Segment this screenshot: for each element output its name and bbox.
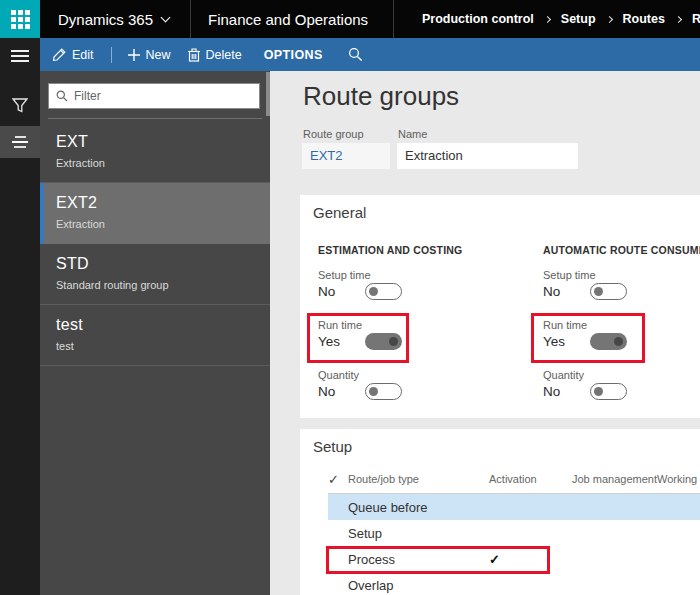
chevron-right-icon <box>606 15 613 22</box>
action-toolbar: Edit New Delete OPTIONS <box>40 38 700 71</box>
route-group-field[interactable]: EXT2 <box>302 143 390 169</box>
product-menu-button[interactable]: Dynamics 365 <box>58 0 169 38</box>
pencil-icon <box>52 48 66 62</box>
toolbar-divider <box>111 47 112 63</box>
table-header-row: ✓ Route/job type Activation Job manageme… <box>328 465 700 494</box>
general-section: General ESTIMATION AND COSTING Setup tim… <box>300 195 700 418</box>
chevron-down-icon <box>161 12 171 22</box>
hamburger-icon <box>11 50 29 62</box>
panel-divider <box>48 118 262 119</box>
search-icon <box>56 90 68 102</box>
suite-name-link[interactable]: Finance and Operations <box>208 0 368 38</box>
table-row-overlap[interactable]: Overlap <box>328 572 700 595</box>
breadcrumb-production-control[interactable]: Production control <box>422 12 534 26</box>
setup-time-label: Setup time <box>318 269 371 281</box>
table-row-queue-before[interactable]: Queue before <box>328 494 700 520</box>
table-row-process[interactable]: Process ✓ <box>328 546 700 572</box>
setup-time-value: No <box>543 284 590 299</box>
hamburger-menu-button[interactable] <box>0 44 40 68</box>
run-time-label: Run time <box>318 319 362 331</box>
setup-time-toggle[interactable] <box>590 283 627 300</box>
delete-button[interactable]: Delete <box>188 48 242 62</box>
options-menu-button[interactable]: OPTIONS <box>264 48 323 62</box>
table-row-setup[interactable]: Setup <box>328 520 700 546</box>
quantity-value: No <box>543 384 590 399</box>
app-launcher-button[interactable] <box>0 0 40 38</box>
list-item-ext2-selected[interactable]: EXT2 Extraction <box>40 183 270 244</box>
quantity-label: Quantity <box>318 369 359 381</box>
toolbar-search-button[interactable] <box>348 47 363 62</box>
column-header-job-management[interactable]: Job management <box>572 473 657 485</box>
select-all-check-icon[interactable]: ✓ <box>328 472 348 487</box>
chevron-right-icon <box>675 15 682 22</box>
waffle-icon <box>11 10 30 29</box>
edit-button[interactable]: Edit <box>52 48 94 62</box>
column-header-activation[interactable]: Activation <box>485 473 572 485</box>
quantity-toggle[interactable] <box>590 383 627 400</box>
run-time-value: Yes <box>543 334 590 349</box>
quantity-value: No <box>318 384 365 399</box>
navigation-rail <box>0 38 40 595</box>
breadcrumb-routes[interactable]: Routes <box>623 12 665 26</box>
rail-list-view-button-active[interactable] <box>0 126 40 158</box>
plus-icon <box>128 49 140 61</box>
setup-time-toggle[interactable] <box>365 283 402 300</box>
main-content: Route groups Route group Name EXT2 Extra… <box>270 71 700 595</box>
record-list-panel: EXT Extraction EXT2 Extraction STD Stand… <box>40 71 270 595</box>
filter-input[interactable] <box>74 89 252 103</box>
rail-filter-button[interactable] <box>0 92 40 118</box>
funnel-filter-icon <box>12 98 28 113</box>
run-time-label: Run time <box>543 319 587 331</box>
run-time-toggle[interactable] <box>365 333 402 350</box>
topbar-divider <box>190 0 191 38</box>
list-item-test[interactable]: test test <box>40 305 270 366</box>
top-navigation-bar: Dynamics 365 Finance and Operations Prod… <box>0 0 700 38</box>
product-name: Dynamics 365 <box>58 11 153 28</box>
list-item-ext[interactable]: EXT Extraction <box>40 122 270 183</box>
topbar-divider <box>393 0 394 38</box>
setup-time-value: No <box>318 284 365 299</box>
filter-box[interactable] <box>48 83 260 109</box>
breadcrumb-setup[interactable]: Setup <box>561 12 596 26</box>
column-header-route-job-type[interactable]: Route/job type <box>348 473 485 485</box>
route-job-type-table: ✓ Route/job type Activation Job manageme… <box>328 465 700 595</box>
list-item-std[interactable]: STD Standard routing group <box>40 244 270 305</box>
general-section-header[interactable]: General <box>313 204 366 221</box>
run-time-value: Yes <box>318 334 365 349</box>
name-field-label: Name <box>398 128 427 140</box>
breadcrumb: Production control Setup Routes Route gr… <box>422 0 700 38</box>
setup-time-label: Setup time <box>543 269 596 281</box>
group-header: ESTIMATION AND COSTING <box>318 244 462 256</box>
quantity-label: Quantity <box>543 369 584 381</box>
search-icon <box>348 47 363 62</box>
run-time-toggle[interactable] <box>590 333 627 350</box>
setup-section-header[interactable]: Setup <box>313 438 352 455</box>
setup-section: Setup ✓ Route/job type Activation Job ma… <box>300 429 700 595</box>
name-field[interactable]: Extraction <box>397 143 578 169</box>
group-header: AUTOMATIC ROUTE CONSUMPTION <box>543 244 700 256</box>
list-lines-icon <box>11 136 29 149</box>
new-button[interactable]: New <box>128 48 171 62</box>
trash-icon <box>188 48 200 62</box>
page-title: Route groups <box>303 81 459 112</box>
activation-check-icon: ✓ <box>485 552 572 567</box>
column-header-working-time[interactable]: Working time <box>657 473 700 485</box>
breadcrumb-route-groups[interactable]: Route groups <box>692 12 700 26</box>
route-group-field-label: Route group <box>303 128 364 140</box>
quantity-toggle[interactable] <box>365 383 402 400</box>
route-group-list: EXT Extraction EXT2 Extraction STD Stand… <box>40 122 270 366</box>
chevron-right-icon <box>544 15 551 22</box>
